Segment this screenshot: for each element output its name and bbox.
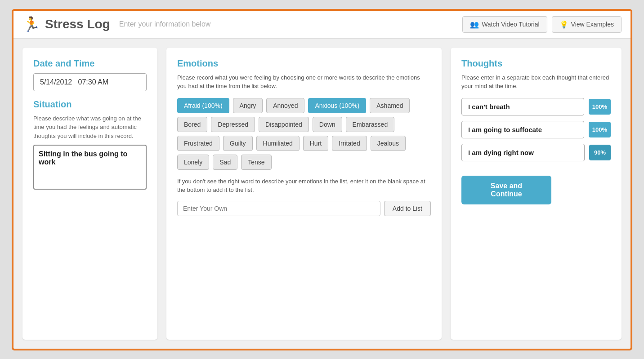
save-continue-button[interactable]: Save and Continue [461, 176, 551, 204]
header: 🏃 Stress Log Enter your information belo… [13, 11, 631, 39]
view-examples-button[interactable]: 💡 View Examples [552, 16, 622, 33]
app-title: Stress Log [45, 17, 110, 31]
emotion-tag[interactable]: Anxious (100%) [308, 98, 366, 113]
emotion-tag[interactable]: Frustrated [177, 136, 219, 151]
header-buttons: 👥 Watch Video Tutorial 💡 View Examples [462, 16, 622, 33]
emotion-tag[interactable]: Annoyed [266, 98, 304, 113]
situation-section-title: Situation [33, 99, 147, 110]
app-subtitle: Enter your information below [119, 20, 211, 28]
thought-percent: 100% [589, 99, 611, 115]
emotion-tag[interactable]: Disappointed [259, 117, 309, 132]
thoughts-container: 100%100%90% [461, 98, 611, 161]
thought-input[interactable] [461, 144, 585, 161]
main-content: Date and Time Situation Please describe … [13, 39, 631, 349]
thought-row: 100% [461, 98, 611, 115]
app-frame: 🏃 Stress Log Enter your information belo… [12, 9, 632, 350]
emotions-section-title: Emotions [177, 58, 431, 69]
datetime-section-title: Date and Time [33, 58, 147, 69]
header-left: 🏃 Stress Log Enter your information belo… [22, 17, 210, 31]
emotion-tag[interactable]: Ashamed [370, 98, 410, 113]
emotion-tags-container: Afraid (100%)AngryAnnoyedAnxious (100%)A… [177, 98, 431, 170]
right-panel: Thoughts Please enter in a separate box … [451, 48, 622, 340]
emotion-tag[interactable]: Lonely [177, 155, 209, 170]
view-examples-label: View Examples [571, 21, 614, 28]
thoughts-description: Please enter in a separate box each thou… [461, 73, 611, 91]
examples-icon: 💡 [559, 20, 568, 29]
watch-video-button[interactable]: 👥 Watch Video Tutorial [462, 16, 547, 33]
enter-own-input[interactable] [177, 201, 380, 216]
emotion-tag[interactable]: Down [313, 117, 342, 132]
left-panel: Date and Time Situation Please describe … [22, 48, 157, 340]
emotion-tag[interactable]: Guilty [223, 136, 253, 151]
emotions-footer-description: If you don't see the right word to descr… [177, 177, 431, 195]
datetime-input[interactable] [33, 73, 147, 91]
emotion-tag[interactable]: Tense [241, 155, 271, 170]
thoughts-section-title: Thoughts [461, 58, 611, 69]
video-icon: 👥 [470, 20, 479, 29]
center-panel: Emotions Please record what you were fee… [166, 48, 442, 340]
add-to-list-button[interactable]: Add to List [384, 201, 431, 216]
emotion-tag[interactable]: Jealous [371, 136, 406, 151]
emotion-tag[interactable]: Bored [177, 117, 207, 132]
emotion-tag[interactable]: Sad [213, 155, 237, 170]
add-emotion-row: Add to List [177, 201, 431, 216]
thought-input[interactable] [461, 98, 584, 115]
thought-percent: 100% [589, 122, 611, 137]
watch-video-label: Watch Video Tutorial [482, 21, 539, 28]
thought-percent: 90% [589, 145, 611, 160]
emotion-tag[interactable]: Humiliated [256, 136, 300, 151]
emotion-tag[interactable]: Angry [233, 98, 263, 113]
thought-row: 90% [461, 144, 611, 161]
emotion-tag[interactable]: Hurt [303, 136, 328, 151]
emotion-tag[interactable]: Afraid (100%) [177, 98, 229, 113]
situation-description: Please describe what was going on at the… [33, 114, 147, 141]
emotion-tag[interactable]: Embarassed [346, 117, 395, 132]
logo-icon: 🏃 [22, 17, 40, 31]
thought-input[interactable] [461, 121, 584, 138]
emotion-tag[interactable]: Depressed [211, 117, 255, 132]
emotions-description: Please record what you were feeling by c… [177, 73, 431, 91]
thought-row: 100% [461, 121, 611, 138]
emotion-tag[interactable]: Irritated [332, 136, 367, 151]
situation-textarea[interactable]: Sitting in the bus going to work [33, 145, 147, 190]
